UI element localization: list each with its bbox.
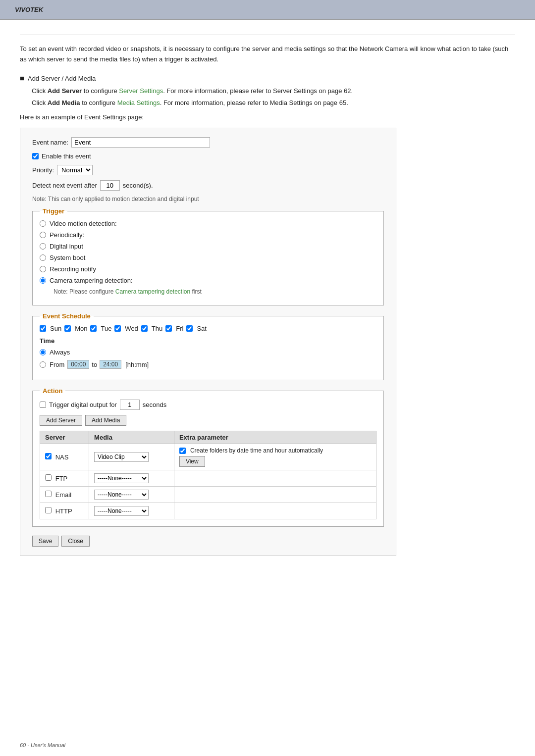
- detect-row: Detect next event after second(s).: [32, 180, 384, 191]
- time-to-input[interactable]: [100, 360, 121, 369]
- trigger-radio-vmd: Video motion detection:: [40, 220, 376, 227]
- email-extra-cell: [174, 487, 376, 503]
- email-media-select[interactable]: -----None----- Video Clip Snapshot: [94, 490, 149, 500]
- trigger-digital-label: Trigger digital output for: [49, 401, 117, 408]
- trigger-radio-period: Periodically:: [40, 231, 376, 239]
- day-sun-checkbox[interactable]: [40, 325, 46, 332]
- intro-paragraph: To set an event with recorded video or s…: [20, 44, 515, 65]
- day-fri-label: Fri: [176, 325, 183, 332]
- nas-server-cell: NAS: [40, 444, 89, 470]
- section-heading-text: Add Server / Add Media: [28, 75, 96, 82]
- http-extra-cell: [174, 503, 376, 519]
- day-tue-checkbox[interactable]: [90, 325, 97, 332]
- day-mon-checkbox[interactable]: [64, 325, 71, 332]
- detect-input[interactable]: [100, 180, 120, 191]
- section-heading: ■ Add Server / Add Media: [20, 74, 515, 82]
- schedule-legend: Event Schedule: [40, 312, 94, 320]
- nas-folder-label: Create folders by date time and hour aut…: [190, 447, 323, 454]
- email-checkbox[interactable]: [45, 491, 52, 497]
- trigger-radio-vmd-input[interactable]: [40, 220, 46, 227]
- nas-folder-checkbox[interactable]: [179, 448, 186, 454]
- para1-bold: Add Server: [48, 87, 82, 95]
- time-always-radio[interactable]: [40, 349, 46, 355]
- detect-suffix: second(s).: [123, 182, 153, 189]
- camera-tampering-link[interactable]: Camera tampering detection: [115, 288, 190, 295]
- trigger-radio-camera-input[interactable]: [40, 277, 46, 284]
- table-row: HTTP -----None----- Video Clip Snapshot: [40, 503, 376, 519]
- nas-media-cell: Video Clip Snapshot -----None-----: [89, 444, 174, 470]
- time-from-radio[interactable]: [40, 361, 46, 368]
- page-header: VIVOTEK: [0, 0, 535, 20]
- trigger-digital-label: Digital input: [50, 243, 83, 250]
- para2-prefix: Click: [32, 99, 48, 106]
- trigger-radio-sysboot: System boot: [40, 254, 376, 261]
- hhmm-label: [hh:mm]: [125, 361, 149, 368]
- nas-view-btn-row: View: [179, 456, 371, 467]
- para1-suffix: . For more information, please refer to …: [163, 87, 353, 95]
- priority-select[interactable]: Normal High Low: [57, 165, 93, 175]
- camera-tampering-note: Note: Please configure Camera tampering …: [54, 288, 376, 295]
- time-from-input[interactable]: [67, 360, 89, 369]
- bullet-icon: ■: [20, 74, 24, 82]
- time-always-row: Always: [40, 349, 376, 356]
- add-media-button[interactable]: Add Media: [85, 415, 126, 426]
- schedule-section: Event Schedule Sun Mon Tue Wed Thu Fri: [32, 312, 384, 380]
- para1: Click Add Server to configure Server Set…: [32, 86, 515, 97]
- detect-label: Detect next event after: [32, 182, 97, 189]
- day-thu-label: Thu: [152, 325, 162, 332]
- event-name-input[interactable]: [71, 137, 210, 148]
- enable-row: Enable this event: [32, 152, 384, 160]
- save-button[interactable]: Save: [32, 536, 58, 547]
- day-mon-label: Mon: [75, 325, 87, 332]
- add-server-button[interactable]: Add Server: [40, 415, 82, 426]
- table-row: NAS Video Clip Snapshot -----None-----: [40, 444, 376, 470]
- ftp-extra-cell: [174, 470, 376, 487]
- trigger-radio-digital: Digital input: [40, 243, 376, 250]
- time-always-label: Always: [50, 349, 70, 356]
- enable-checkbox[interactable]: [32, 153, 39, 159]
- day-thu-checkbox[interactable]: [141, 325, 148, 332]
- server-settings-link[interactable]: Server Settings: [119, 87, 163, 95]
- trigger-radio-period-input[interactable]: [40, 232, 46, 238]
- media-settings-link[interactable]: Media Settings: [117, 99, 160, 106]
- trigger-radio-camera: Camera tampering detection:: [40, 277, 376, 284]
- camera-note-suffix: first: [190, 288, 202, 295]
- para2: Click Add Media to configure Media Setti…: [32, 98, 515, 108]
- close-button[interactable]: Close: [61, 536, 90, 547]
- action-legend: Action: [40, 387, 65, 395]
- trigger-radio-digital-input[interactable]: [40, 243, 46, 250]
- day-fri-checkbox[interactable]: [165, 325, 172, 332]
- http-media-select[interactable]: -----None----- Video Clip Snapshot: [94, 506, 149, 516]
- nas-checkbox[interactable]: [45, 453, 52, 459]
- trigger-section: Trigger Video motion detection: Periodic…: [32, 207, 384, 305]
- table-row: Email -----None----- Video Clip Snapshot: [40, 487, 376, 503]
- event-name-label: Event name:: [32, 139, 68, 146]
- ftp-checkbox[interactable]: [45, 474, 52, 481]
- brand-logo: VIVOTEK: [15, 6, 43, 13]
- ftp-media-select[interactable]: -----None----- Video Clip Snapshot: [94, 473, 149, 483]
- trigger-period-label: Periodically:: [50, 231, 84, 239]
- trigger-camera-label: Camera tampering detection:: [50, 277, 133, 284]
- server-table: Server Media Extra parameter NAS: [40, 431, 376, 519]
- col-extra: Extra parameter: [174, 431, 376, 444]
- enable-label: Enable this event: [42, 152, 91, 160]
- http-checkbox[interactable]: [45, 507, 52, 513]
- trigger-radio-recnotify-input[interactable]: [40, 266, 46, 272]
- day-wed-checkbox[interactable]: [114, 325, 121, 332]
- event-settings-box: Event name: Enable this event Priority: …: [20, 128, 396, 556]
- email-label: Email: [55, 491, 72, 499]
- ftp-media-cell: -----None----- Video Clip Snapshot: [89, 470, 174, 487]
- priority-row: Priority: Normal High Low: [32, 165, 384, 175]
- day-sat-label: Sat: [197, 325, 207, 332]
- camera-note-prefix: Note: Please configure: [54, 288, 115, 295]
- nas-label: NAS: [55, 454, 69, 461]
- time-label: Time: [40, 337, 376, 345]
- trigger-digital-row: Trigger digital output for seconds: [40, 400, 376, 410]
- nas-media-select[interactable]: Video Clip Snapshot -----None-----: [94, 452, 149, 462]
- col-media: Media: [89, 431, 174, 444]
- nas-view-button[interactable]: View: [179, 456, 205, 467]
- trigger-digital-input[interactable]: [120, 400, 140, 410]
- trigger-digital-checkbox[interactable]: [40, 402, 46, 408]
- day-sat-checkbox[interactable]: [186, 325, 193, 332]
- trigger-radio-sysboot-input[interactable]: [40, 254, 46, 261]
